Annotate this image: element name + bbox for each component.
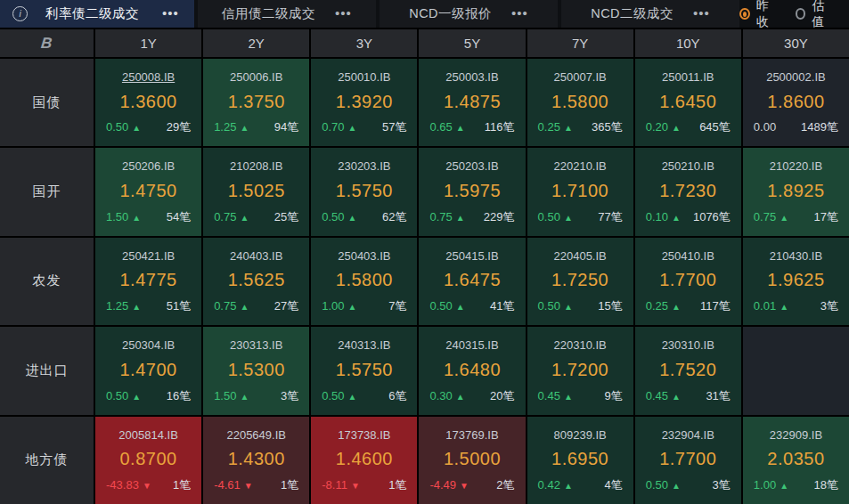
bond-cell[interactable]: 250410.IB1.77000.25▲117笔 [635,238,741,325]
bond-cell[interactable]: 250011.IB1.64500.20▲645笔 [635,59,741,146]
bond-cell[interactable]: 250304.IB1.47000.50▲16笔 [95,327,201,414]
cell-bottom-row: 0.45▲9笔 [538,388,623,404]
bond-code[interactable]: 250304.IB [106,338,191,352]
bond-cell[interactable]: 250415.IB1.64750.50▲41笔 [419,238,525,325]
bond-cell[interactable]: 250206.IB1.47501.50▲54笔 [95,148,201,235]
bond-rate: 1.5300 [214,360,298,380]
bond-code[interactable]: 250421.IB [106,249,191,263]
bond-code[interactable]: 210430.IB [754,249,838,263]
bond-code[interactable]: 210208.IB [214,159,298,173]
change-value: 0.65▲ [429,120,464,134]
tab-2[interactable]: 信用债二级成交••• [198,0,376,28]
tab-label: NCD二级成交 [591,5,673,22]
bond-code[interactable]: 250415.IB [429,249,514,263]
bond-cell[interactable]: 2205649.IB1.4300-4.61▼1笔 [203,417,309,504]
tab-1[interactable]: i利率债二级成交••• [0,0,194,28]
bond-code[interactable]: 250003.IB [429,70,514,84]
bond-code[interactable]: 230203.IB [322,159,406,173]
bond-code[interactable]: 250011.IB [646,70,731,84]
bond-cell[interactable]: 250210.IB1.72300.10▲1076笔 [635,148,741,235]
bond-cell[interactable]: 240315.IB1.64800.30▲20笔 [419,327,525,414]
bond-cell[interactable]: 240313.IB1.57500.50▲6笔 [311,327,417,414]
bond-cell[interactable]: 240403.IB1.56250.75▲27笔 [203,238,309,325]
cell-bottom-row: 0.70▲57笔 [322,119,406,135]
bond-code[interactable]: 240313.IB [322,338,406,352]
bond-cell[interactable]: 220405.IB1.72500.50▲15笔 [527,238,633,325]
bond-cell[interactable]: 250421.IB1.47751.25▲51笔 [95,238,201,325]
bond-cell[interactable]: 210430.IB1.96250.01▲3笔 [743,238,849,325]
bond-cell[interactable]: 173769.IB1.5000-4.49▼2笔 [419,417,525,504]
tab-menu-dots-icon[interactable]: ••• [162,5,179,20]
change-value: 0.50▲ [646,478,681,492]
radio-2[interactable]: 估值 [796,0,834,30]
bond-code[interactable]: 250206.IB [106,159,191,173]
tab-3[interactable]: NCD一级报价••• [380,0,558,28]
tab-4[interactable]: NCD二级成交••• [561,0,739,28]
radio-unselected-icon[interactable] [796,8,806,20]
bond-cell[interactable]: 250007.IB1.58000.25▲365笔 [527,59,633,146]
bond-cell[interactable]: 250003.IB1.48750.65▲116笔 [419,59,525,146]
tab-menu-dots-icon[interactable]: ••• [335,5,352,20]
bond-code[interactable]: 250410.IB [646,249,731,263]
bond-cell[interactable]: 809239.IB1.69500.42▲4笔 [527,417,633,504]
tab-menu-dots-icon[interactable]: ••• [693,5,710,20]
bond-cell[interactable]: 250006.IB1.37501.25▲94笔 [203,59,309,146]
bond-code[interactable]: 240403.IB [214,249,298,263]
change-number: 0.65 [429,120,452,134]
bond-rate: 1.5800 [322,270,406,290]
bond-code[interactable]: 220210.IB [538,159,623,173]
bond-cell[interactable]: 230313.IB1.53001.50▲3笔 [203,327,309,414]
up-arrow-icon: ▲ [672,392,681,402]
bond-code[interactable]: 210220.IB [754,159,838,173]
bond-code[interactable]: 2500002.IB [754,70,838,84]
bond-cell[interactable]: 230203.IB1.57500.50▲62笔 [311,148,417,235]
change-value: 0.50▲ [106,120,141,134]
tab-menu-dots-icon[interactable]: ••• [511,5,528,20]
bond-cell[interactable]: 173738.IB1.4600-8.11▼1笔 [311,417,417,504]
bond-code[interactable]: 232909.IB [754,428,838,442]
bond-cell[interactable]: 250403.IB1.58001.00▲7笔 [311,238,417,325]
bond-code[interactable]: 232904.IB [646,428,731,442]
bond-cell[interactable]: 210208.IB1.50250.75▲25笔 [203,148,309,235]
bond-cell[interactable]: 220210.IB1.71000.50▲77笔 [527,148,633,235]
bond-cell[interactable]: 250008.IB1.36000.50▲29笔 [95,59,201,146]
bond-code[interactable]: 250010.IB [322,70,406,84]
bond-cell[interactable]: 230310.IB1.75200.45▲31笔 [635,327,741,414]
cell-bottom-row: 0.20▲645笔 [646,119,731,135]
bond-code[interactable]: 809239.IB [538,428,623,442]
bond-code[interactable]: 250006.IB [214,70,298,84]
bond-cell[interactable]: 232904.IB1.77000.50▲3笔 [635,417,741,504]
bond-cell[interactable]: 2500002.IB1.86000.001489笔 [743,59,849,146]
bond-code[interactable]: 230313.IB [214,338,298,352]
change-number: 1.00 [322,299,344,313]
trade-count: 116笔 [485,119,515,135]
bond-cell[interactable]: 220310.IB1.72000.45▲9笔 [527,327,633,414]
info-icon[interactable]: i [12,6,28,21]
bond-rate: 1.7520 [646,360,731,380]
up-arrow-icon: ▲ [132,123,141,133]
bond-code[interactable]: 2005814.IB [106,428,191,442]
bond-code[interactable]: 220405.IB [538,249,623,263]
bond-code[interactable]: 250008.IB [106,70,191,84]
bond-code[interactable]: 250403.IB [322,249,406,263]
up-arrow-icon: ▲ [564,123,573,133]
bond-code[interactable]: 250210.IB [646,159,731,173]
bond-code[interactable]: 2205649.IB [214,428,298,442]
bond-code[interactable]: 250203.IB [429,159,514,173]
bond-code[interactable]: 220310.IB [538,338,623,352]
bond-cell[interactable]: 232909.IB2.03501.00▲18笔 [743,417,849,504]
bond-code[interactable]: 240315.IB [429,338,514,352]
bond-cell[interactable]: 250010.IB1.39200.70▲57笔 [311,59,417,146]
cell-bottom-row: 0.50▲6笔 [322,388,406,404]
top-tab-bar: i利率债二级成交•••信用债二级成交•••NCD一级报价•••NCD二级成交••… [0,0,849,29]
bond-cell[interactable]: 210220.IB1.89250.75▲17笔 [743,148,849,235]
bond-code[interactable]: 173769.IB [429,428,514,442]
bond-code[interactable]: 230310.IB [646,338,731,352]
bond-cell[interactable]: 2005814.IB0.8700-43.83▼1笔 [95,417,201,504]
down-arrow-icon: ▼ [460,481,469,491]
radio-selected-icon[interactable] [739,8,750,20]
bond-code[interactable]: 250007.IB [538,70,623,84]
radio-1[interactable]: 昨收 [739,0,778,30]
bond-code[interactable]: 173738.IB [322,428,406,442]
bond-cell[interactable]: 250203.IB1.59750.75▲229笔 [419,148,525,235]
